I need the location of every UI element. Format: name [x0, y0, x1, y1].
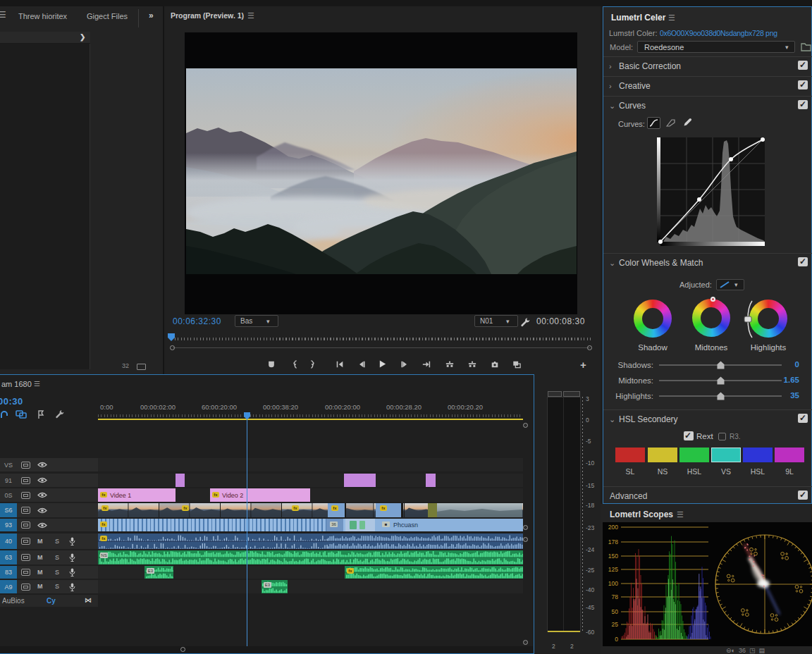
svg-text:50: 50 [612, 608, 619, 615]
svg-text:125: 125 [608, 566, 618, 573]
svg-text:78: 78 [612, 593, 619, 600]
svg-text:0: 0 [615, 636, 618, 643]
svg-text:100: 100 [608, 580, 618, 587]
svg-text:200: 200 [608, 524, 618, 531]
svg-text:25: 25 [612, 621, 619, 628]
svg-text:178: 178 [608, 538, 618, 545]
svg-text:150: 150 [608, 553, 618, 560]
